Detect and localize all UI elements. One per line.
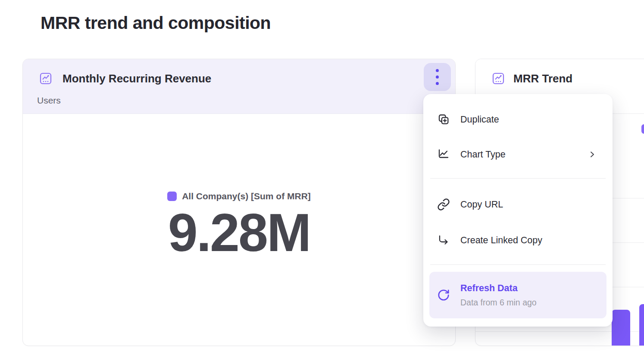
mrr-card-title: Monthly Recurring Revenue bbox=[63, 72, 211, 85]
menu-divider bbox=[430, 178, 606, 179]
menu-divider bbox=[430, 264, 606, 265]
trend-card-title: MRR Trend bbox=[513, 72, 572, 85]
kebab-dot bbox=[436, 69, 439, 72]
card-menu-button[interactable] bbox=[424, 63, 451, 91]
trend-legend-swatch bbox=[641, 124, 644, 134]
trend-bar[interactable] bbox=[639, 304, 644, 346]
refresh-icon bbox=[437, 289, 450, 302]
chart-type-icon bbox=[437, 148, 450, 161]
mrr-card-subtitle: Users bbox=[37, 95, 61, 106]
trend-bar[interactable] bbox=[612, 310, 630, 346]
chevron-right-icon bbox=[588, 151, 596, 158]
menu-item-label: Chart Type bbox=[460, 149, 506, 160]
menu-item-label: Create Linked Copy bbox=[460, 235, 542, 246]
legend-swatch bbox=[167, 192, 177, 201]
corner-down-right-arrow-icon bbox=[437, 234, 450, 247]
link-icon bbox=[437, 198, 450, 211]
kebab-dot bbox=[436, 75, 439, 79]
mrr-value: 9.28M bbox=[23, 204, 455, 261]
legend-label: All Company(s) [Sum of MRR] bbox=[182, 191, 311, 201]
chart-icon bbox=[492, 72, 505, 85]
menu-item-copy-url[interactable]: Copy URL bbox=[423, 194, 613, 215]
menu-item-label: Copy URL bbox=[460, 199, 503, 210]
duplicate-icon bbox=[437, 113, 450, 126]
page-title: MRR trend and composition bbox=[41, 13, 271, 33]
mrr-card-header: Monthly Recurring Revenue Users bbox=[23, 59, 455, 114]
mrr-summary: All Company(s) [Sum of MRR] 9.28M bbox=[23, 191, 455, 261]
menu-item-chart-type[interactable]: Chart Type bbox=[423, 144, 613, 165]
card-context-menu: Duplicate Chart Type Copy URL bbox=[423, 94, 613, 327]
mrr-legend: All Company(s) [Sum of MRR] bbox=[167, 191, 311, 201]
menu-item-create-linked-copy[interactable]: Create Linked Copy bbox=[423, 230, 613, 251]
refresh-label: Refresh Data bbox=[460, 283, 537, 294]
menu-item-duplicate[interactable]: Duplicate bbox=[423, 109, 613, 130]
kebab-dot bbox=[436, 82, 439, 85]
refresh-status: Data from 6 min ago bbox=[460, 298, 537, 308]
menu-item-refresh-data[interactable]: Refresh Data Data from 6 min ago bbox=[429, 272, 606, 318]
mrr-card: Monthly Recurring Revenue Users All Comp… bbox=[22, 59, 456, 346]
chart-icon bbox=[39, 72, 52, 85]
menu-item-label: Duplicate bbox=[460, 114, 499, 125]
